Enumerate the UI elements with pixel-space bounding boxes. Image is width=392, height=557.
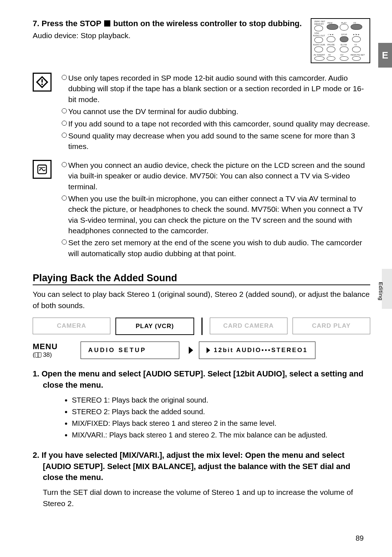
step-title: 2. If you have selected [MIX/VARI.], adj… (33, 450, 370, 483)
menu-path-row: MENU ( 38) AUDIO SETUP 12bit AUDIO•••STE… (33, 342, 370, 359)
warning-icon (33, 73, 52, 92)
notes-icon (33, 160, 52, 179)
step-bullet: MIX/VARI.: Plays back stereo 1 and stere… (72, 429, 370, 440)
menu-label: MENU ( 38) (33, 342, 76, 359)
mode-camera: CAMERA (33, 318, 110, 334)
note-item: When you use the built-in microphone, yo… (60, 193, 370, 236)
play-icon (207, 347, 210, 353)
section-heading: Playing Back the Added Sound (33, 273, 370, 285)
step-number: 7. (33, 19, 39, 28)
book-icon (35, 352, 41, 358)
mode-card-play: CARD PLAY (293, 318, 370, 334)
mode-indicator-row: CAMERA PLAY (VCR) CARD CAMERA CARD PLAY (33, 318, 370, 335)
numbered-step: 2. If you have selected [MIX/VARI.], adj… (33, 450, 370, 509)
page-number: 89 (356, 534, 364, 542)
step-bullet: STEREO 1: Plays back the original sound. (72, 395, 370, 405)
note-item: Sound quality may decrease when you add … (60, 130, 370, 152)
note-item: Use only tapes recorded in SP mode 12-bi… (60, 73, 370, 105)
notes-block: When you connect an audio device, check … (33, 160, 370, 261)
section-tab-editing: Editing (382, 269, 392, 309)
step-bullet: MIX/FIXED: Plays back stereo 1 and stere… (72, 418, 370, 429)
svg-point-1 (41, 84, 43, 85)
step-bullet: STEREO 2: Plays back the added sound. (72, 406, 370, 417)
section-intro: You can select to play back Stereo 1 (or… (33, 289, 370, 311)
menu-chip-audio-setup: AUDIO SETUP (81, 342, 179, 359)
step-7: 7. Press the STOP button on the wireless… (33, 18, 370, 63)
caution-block: Use only tapes recorded in SP mode 12-bi… (33, 73, 370, 153)
note-item: When you connect an audio device, check … (60, 160, 370, 192)
note-item: Set the zero set memory at the end of th… (60, 237, 370, 259)
arrow-icon (189, 347, 193, 354)
mode-card-camera: CARD CAMERA (210, 318, 287, 334)
step-title: 1. Open the menu and select [AUDIO SETUP… (33, 368, 370, 391)
mode-play-vcr: PLAY (VCR) (115, 318, 194, 335)
menu-chip-12bit-audio: 12bit AUDIO•••STEREO1 (199, 342, 315, 359)
numbered-step: 1. Open the menu and select [AUDIO SETUP… (33, 368, 370, 440)
note-item: If you add sound to a tape not recorded … (60, 118, 370, 129)
step-body: Turn the SET dial down to increase the v… (43, 487, 370, 509)
note-item: You cannot use the DV terminal for audio… (60, 106, 370, 117)
svg-rect-2 (41, 79, 42, 83)
remote-controller-diagram: ZERO SET MEMORY REW PLAY FF 12bit AUDIO … (311, 18, 370, 63)
mode-divider (201, 318, 203, 335)
step-subtext: Audio device: Stop playback. (33, 31, 303, 40)
step-bullet-list: STEREO 1: Plays back the original sound.… (50, 395, 370, 440)
stop-icon (104, 20, 110, 27)
side-tab: E (378, 43, 392, 68)
